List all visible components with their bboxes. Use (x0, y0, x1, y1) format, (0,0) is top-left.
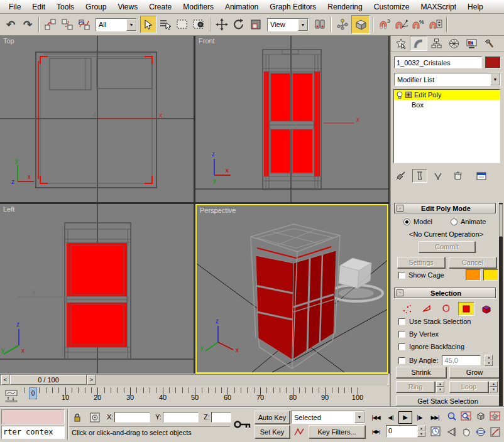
select-object-button[interactable] (140, 16, 156, 33)
viewport-left[interactable]: Left y (0, 204, 194, 374)
rollout-edit-poly-mode-header[interactable]: - Edit Poly Mode (394, 203, 496, 213)
modifier-list-dropdown[interactable]: Modifier List ▼ (394, 73, 501, 86)
key-filters-button[interactable]: Key Filters... (309, 425, 365, 438)
tab-motion[interactable] (445, 36, 463, 51)
chevron-down-icon[interactable]: ▼ (354, 411, 364, 423)
scrollbar-thumb[interactable] (499, 204, 503, 237)
use-center-flyout-icon[interactable] (312, 16, 328, 33)
ring-spinner[interactable]: ▲▼ (436, 381, 444, 392)
z-coord-field[interactable] (211, 412, 231, 423)
cage-color-swatch[interactable] (466, 269, 481, 281)
menu-maxscript[interactable]: MAXScript (415, 1, 461, 13)
viewport-left-label[interactable]: Left (3, 205, 14, 213)
show-end-result-icon[interactable] (412, 169, 427, 183)
set-key-button[interactable]: Set Key (255, 425, 290, 438)
zoom-extents-icon[interactable] (474, 409, 488, 423)
chevron-down-icon[interactable]: ▼ (490, 73, 500, 85)
cage-selected-color-swatch[interactable] (483, 269, 498, 281)
menu-file[interactable]: File (4, 1, 26, 13)
menu-animation[interactable]: Animation (220, 1, 263, 13)
by-angle-checkbox[interactable]: By Angle: 45,0 ▲▼ (398, 355, 493, 366)
ring-button[interactable]: Ring (396, 381, 435, 392)
select-by-name-icon[interactable] (157, 16, 173, 33)
tab-modify[interactable] (410, 36, 427, 51)
zoom-all-icon[interactable] (459, 409, 473, 423)
panel-scrollbar[interactable] (499, 203, 503, 406)
spinner-snap-toggle-icon[interactable] (427, 16, 444, 33)
checkbox-icon[interactable] (398, 357, 405, 364)
configure-modifier-sets-icon[interactable] (474, 169, 489, 183)
viewport-top-canvas[interactable]: x z y z x (0, 36, 194, 202)
loop-spinner[interactable]: ▲▼ (490, 381, 498, 392)
time-slider-next-button[interactable]: > (87, 375, 96, 385)
by-vertex-checkbox[interactable]: By Vertex (398, 330, 439, 338)
zoom-extents-all-icon[interactable] (488, 409, 502, 423)
viewport-top-label[interactable]: Top (3, 37, 14, 45)
spin-down-icon[interactable]: ▼ (490, 387, 498, 392)
maxscript-listener-macro-line[interactable] (1, 409, 65, 424)
time-configuration-icon[interactable] (429, 425, 442, 438)
menu-graph-editors[interactable]: Graph Editors (265, 1, 321, 13)
select-and-rotate-icon[interactable] (231, 16, 247, 33)
collapse-icon[interactable]: - (397, 205, 403, 212)
radio-icon[interactable] (403, 218, 410, 225)
vertex-mode-icon[interactable] (400, 303, 415, 315)
model-radio[interactable]: Model (403, 218, 432, 225)
select-and-scale-icon[interactable] (248, 16, 264, 33)
snap-3d-toggle-icon[interactable]: 3 (376, 16, 393, 33)
animate-radio[interactable]: Animate (451, 218, 486, 225)
pin-stack-icon[interactable] (393, 169, 408, 183)
element-mode-icon[interactable] (479, 303, 494, 315)
edge-mode-icon[interactable] (419, 303, 434, 315)
menu-create[interactable]: Create (144, 1, 177, 13)
redo-icon[interactable]: ↷ (19, 16, 36, 33)
selection-set-dropdown[interactable]: Selected ▼ (291, 411, 365, 424)
menu-group[interactable]: Group (80, 1, 111, 13)
time-slider-prev-button[interactable]: < (1, 375, 9, 385)
chevron-down-icon[interactable]: ▼ (126, 19, 136, 31)
viewport-perspective[interactable]: Perspective (195, 204, 388, 374)
viewport-front-label[interactable]: Front (199, 37, 215, 45)
spin-up-icon[interactable]: ▲ (490, 381, 498, 387)
percent-snap-toggle-icon[interactable]: % (410, 16, 427, 33)
track-bar-ruler[interactable]: 10 20 30 40 50 60 70 80 90 100 0 (24, 387, 387, 406)
viewport-top[interactable]: Top x z y z (0, 36, 194, 202)
selection-lock-icon[interactable] (70, 411, 84, 424)
spin-down-icon[interactable]: ▼ (436, 387, 444, 392)
spin-down-icon[interactable]: ▼ (485, 360, 493, 366)
select-and-manipulate-icon[interactable] (334, 16, 351, 33)
reference-coordsys-dropdown[interactable]: View ▼ (267, 18, 309, 31)
rollout-selection-header[interactable]: - Selection (394, 288, 496, 298)
stack-row-edit-poly[interactable]: Edit Poly (394, 90, 500, 100)
by-angle-spinner[interactable]: ▲▼ (485, 355, 493, 366)
checkbox-icon[interactable] (398, 331, 405, 338)
menu-help[interactable]: Help (463, 1, 488, 13)
object-name-field[interactable] (394, 57, 482, 68)
use-stack-selection-checkbox[interactable]: Use Stack Selection (398, 318, 471, 325)
selection-filter-dropdown[interactable]: All ▼ (96, 18, 137, 31)
menu-edit[interactable]: Edit (27, 1, 50, 13)
grow-button[interactable]: Grow (449, 367, 500, 378)
absolute-offset-toggle-icon[interactable] (88, 411, 102, 424)
ignore-backfacing-checkbox[interactable]: Ignore Backfacing (398, 343, 464, 350)
zoom-icon[interactable] (445, 409, 459, 423)
current-frame-field[interactable]: 0 (386, 425, 417, 438)
undo-icon[interactable]: ↶ (3, 16, 19, 33)
show-cage-checkbox[interactable]: Show Cage (398, 271, 444, 279)
stack-row-box[interactable]: Box (394, 100, 500, 110)
select-and-move-icon[interactable] (214, 16, 230, 33)
spin-up-icon[interactable]: ▲ (436, 381, 444, 387)
window-crossing-toggle-icon[interactable] (191, 16, 207, 33)
menu-customize[interactable]: Customize (369, 1, 415, 13)
tab-utilities[interactable] (480, 36, 498, 51)
menu-rendering[interactable]: Rendering (322, 1, 367, 13)
checkbox-icon[interactable] (398, 272, 405, 279)
unlink-selection-icon[interactable] (59, 16, 75, 33)
shrink-button[interactable]: Shrink (396, 367, 446, 378)
chevron-down-icon[interactable]: ▼ (298, 19, 308, 31)
by-angle-value-field[interactable]: 45,0 (442, 355, 481, 365)
viewport-left-canvas[interactable]: y z y x (0, 204, 194, 374)
open-mini-curve-editor-icon[interactable] (3, 388, 20, 404)
play-animation-icon[interactable]: ▶ (398, 411, 412, 424)
polygon-mode-icon[interactable] (458, 302, 474, 316)
